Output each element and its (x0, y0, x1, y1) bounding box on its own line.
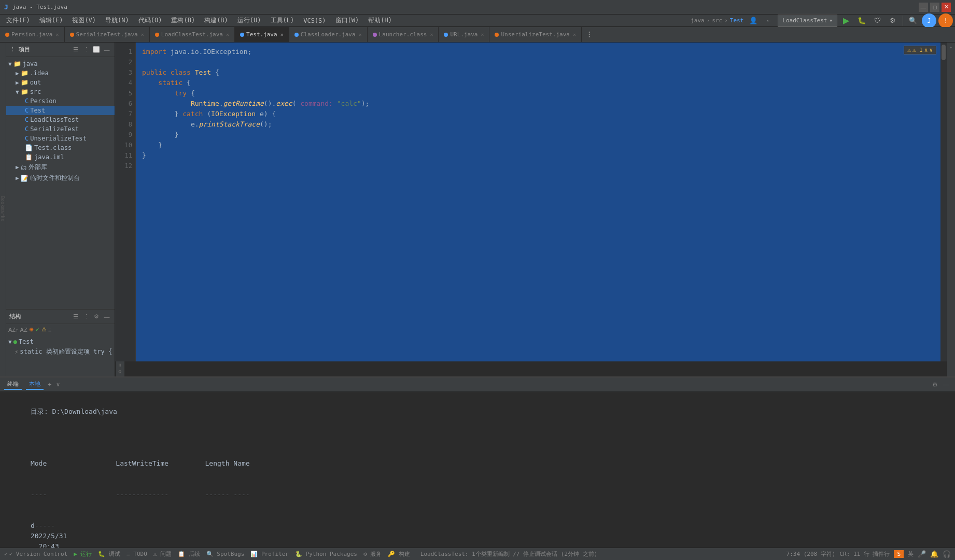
tree-item-scratch[interactable]: ▶ 📝 临时文件和控制台 (6, 173, 115, 184)
sort-type-btn[interactable]: AZ (20, 326, 27, 333)
breadcrumb-src[interactable]: src (712, 17, 722, 24)
tab-persion-java[interactable]: Persion.java ✕ (0, 27, 65, 42)
tab-close-icon[interactable]: ✕ (226, 32, 229, 37)
editor-scrollbar[interactable] (940, 43, 947, 361)
tab-close-icon[interactable]: ✕ (55, 32, 59, 37)
notifications-icon[interactable]: ! (938, 13, 953, 28)
debug-btn[interactable]: 🐛 调试 (98, 550, 120, 558)
user-icon-button[interactable]: 👤 (747, 14, 760, 27)
tab-close-icon[interactable]: ✕ (481, 32, 484, 37)
tree-item-serializetest[interactable]: C SerializeTest (6, 124, 115, 134)
problems-btn[interactable]: ⚠ 问题 (153, 550, 172, 558)
debug-button[interactable]: 🐛 (855, 14, 868, 27)
tree-item-testclass[interactable]: 📄 Test.class (6, 143, 115, 152)
tab-unserialize-java[interactable]: UnserializeTest.java ✕ (489, 27, 581, 42)
tree-item-src[interactable]: ▼ 📁 src (6, 87, 115, 96)
lang-icon[interactable]: 英 (908, 550, 914, 558)
back-button[interactable]: ← (762, 14, 776, 27)
project-collapse-icon[interactable]: ⬜ (92, 45, 101, 54)
structure-settings-icon[interactable]: ⋮ (81, 312, 91, 321)
spotbugs-btn[interactable]: 🔍 SpotBugs (206, 551, 245, 557)
warning-down-icon[interactable]: ∨ (929, 47, 933, 53)
tab-more-button[interactable]: ⋮ (583, 27, 596, 40)
tab-url-java[interactable]: URL.java ✕ (439, 27, 489, 42)
sort-alpha-btn[interactable]: AZ↑ (8, 326, 19, 333)
filter-icon-btn[interactable]: ⊕ (29, 326, 34, 333)
scrollbar-thumb[interactable] (942, 45, 946, 60)
editor-body[interactable]: 1 2 3 4 5 6 7 8 9 10 11 12 import java.i… (115, 43, 947, 361)
headphone-icon[interactable]: 🎧 (943, 550, 951, 558)
menu-edit[interactable]: 编辑(E) (35, 15, 67, 26)
tab-close-icon[interactable]: ✕ (141, 32, 144, 37)
menu-refactor[interactable]: 重构(B) (167, 15, 199, 26)
filter-warning-btn[interactable]: ⚠ (41, 326, 47, 333)
tab-loadclasstest-java[interactable]: LoadClassTest.java ✕ (150, 27, 235, 42)
avatar[interactable]: J (922, 13, 936, 28)
project-minimize-icon[interactable]: — (102, 45, 111, 54)
terminal-minimize-icon[interactable]: — (942, 380, 951, 389)
new-terminal-button[interactable]: + (48, 381, 52, 388)
menu-build[interactable]: 构建(B) (200, 15, 232, 26)
minimize-button[interactable]: — (919, 3, 928, 12)
menu-tools[interactable]: 工具(L) (266, 15, 299, 26)
warning-up-icon[interactable]: ∧ (924, 47, 928, 53)
close-button[interactable]: ✕ (942, 3, 951, 12)
breadcrumb-java[interactable]: java (691, 17, 705, 24)
sougou-icon[interactable]: S (894, 550, 904, 558)
tab-close-icon[interactable]: ✕ (280, 32, 284, 37)
tree-item-idea[interactable]: ▶ 📁 .idea (6, 68, 115, 78)
todo-btn[interactable]: ≡ TODO (127, 551, 147, 557)
menu-window[interactable]: 窗口(W) (331, 15, 363, 26)
tree-item-javaiml[interactable]: 📋 java.iml (6, 152, 115, 162)
tree-item-external-libs[interactable]: ▶ 🗂 外部库 (6, 162, 115, 173)
menu-vcs[interactable]: VCS(S) (299, 16, 330, 25)
profiler-btn[interactable]: 📊 Profiler (250, 551, 289, 557)
menu-view[interactable]: 视图(V) (68, 15, 100, 26)
maximize-button[interactable]: □ (930, 3, 939, 12)
structure-sort-icon[interactable]: ☰ (71, 312, 80, 321)
bottom-tab-terminal[interactable]: 终端 (4, 379, 22, 390)
project-gear-icon[interactable]: ☰ (71, 45, 80, 54)
menu-file[interactable]: 文件(F) (2, 15, 34, 26)
version-control-btn[interactable]: ✓ ✓ Version Control (4, 551, 67, 557)
tree-item-out[interactable]: ▶ 📁 out (6, 78, 115, 87)
structure-item-test[interactable]: ▼ ● Test (6, 337, 115, 346)
coverage-button[interactable]: 🛡 (870, 14, 884, 27)
tab-classloader-java[interactable]: ClassLoader.java ✕ (289, 27, 368, 42)
structure-gear-icon[interactable]: ⚙ (92, 312, 101, 321)
tree-item-loadclasstest[interactable]: C LoadClassTest (6, 115, 115, 124)
structure-item-static[interactable]: ⚡ static 类初始置设定项 try { (6, 346, 115, 357)
followup-btn[interactable]: 📋 后续 (178, 550, 200, 558)
project-settings-icon[interactable]: ⋮ (81, 45, 91, 54)
menu-code[interactable]: 代码(O) (134, 15, 166, 26)
terminal-settings-icon[interactable]: ⚙ (930, 380, 939, 389)
breadcrumb-test[interactable]: Test (730, 17, 744, 24)
code-editor[interactable]: import java.io.IOException; public class… (136, 43, 940, 361)
tab-close-icon[interactable]: ✕ (430, 32, 433, 37)
menu-navigate[interactable]: 导航(N) (101, 15, 133, 26)
services-btn[interactable]: ⚙ 服务 (363, 550, 382, 558)
run-button[interactable]: ▶ (839, 14, 853, 27)
tree-item-unserializetest[interactable]: C UnserializeTest (6, 134, 115, 143)
more-run-button[interactable]: ⚙ (886, 14, 900, 27)
tree-item-test[interactable]: C Test (6, 106, 115, 115)
notification-icon[interactable]: 🔔 (930, 550, 938, 558)
tree-item-java[interactable]: ▼ 📁 java (6, 59, 115, 68)
editor-warning-badge[interactable]: ⚠ ⚠ 1 ∧ ∨ (904, 46, 936, 54)
python-packages-btn[interactable]: 🐍 Python Packages (295, 551, 357, 557)
terminal-dropdown-button[interactable]: ∨ (56, 381, 60, 388)
tab-close-icon[interactable]: ✕ (573, 32, 576, 37)
build-btn[interactable]: 🔑 构建 (388, 550, 410, 558)
menu-help[interactable]: 帮助(H) (364, 15, 396, 26)
right-panel-icon-1[interactable]: ≡ (117, 363, 123, 367)
right-panel-icon-2[interactable]: ⚙ (117, 369, 123, 374)
filter-check-btn[interactable]: ✓ (35, 326, 40, 333)
tab-test-java[interactable]: Test.java ✕ (235, 27, 289, 42)
bottom-tab-local[interactable]: 本地 (26, 379, 44, 390)
tab-serialize-java[interactable]: SerializeTest.java ✕ (65, 27, 150, 42)
run-config-dropdown[interactable]: LoadClassTest ▾ (778, 15, 837, 27)
menu-run[interactable]: 运行(U) (233, 15, 265, 26)
tab-launcher-class[interactable]: Launcher.class ✕ (368, 27, 439, 42)
run-btn[interactable]: ▶ 运行 (74, 550, 92, 558)
tab-close-icon[interactable]: ✕ (359, 32, 362, 37)
